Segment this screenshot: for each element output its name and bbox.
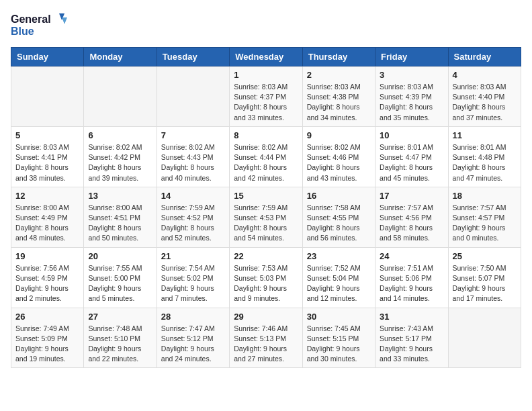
calendar-cell: 20Sunrise: 7:55 AMSunset: 5:00 PMDayligh… <box>84 247 157 308</box>
day-info: Sunrise: 7:58 AMSunset: 4:55 PMDaylight:… <box>307 203 371 244</box>
day-number: 29 <box>234 312 298 322</box>
calendar-cell: 11Sunrise: 8:01 AMSunset: 4:48 PMDayligh… <box>448 126 521 187</box>
day-number: 24 <box>380 251 443 261</box>
calendar-cell: 18Sunrise: 7:57 AMSunset: 4:57 PMDayligh… <box>448 187 521 247</box>
day-info: Sunrise: 8:01 AMSunset: 4:48 PMDaylight:… <box>453 142 517 183</box>
day-info: Sunrise: 7:55 AMSunset: 5:00 PMDaylight:… <box>88 263 152 304</box>
day-info: Sunrise: 7:46 AMSunset: 5:13 PMDaylight:… <box>234 324 298 365</box>
calendar-cell: 24Sunrise: 7:51 AMSunset: 5:06 PMDayligh… <box>375 247 448 308</box>
day-number: 30 <box>307 312 371 322</box>
calendar-cell: 25Sunrise: 7:50 AMSunset: 5:07 PMDayligh… <box>448 247 521 308</box>
day-number: 14 <box>161 191 225 201</box>
calendar-cell <box>157 66 229 127</box>
day-number: 7 <box>161 130 225 140</box>
calendar-cell: 29Sunrise: 7:46 AMSunset: 5:13 PMDayligh… <box>230 308 302 368</box>
day-info: Sunrise: 7:54 AMSunset: 5:02 PMDaylight:… <box>161 263 225 304</box>
day-info: Sunrise: 8:00 AMSunset: 4:51 PMDaylight:… <box>88 203 152 244</box>
day-info: Sunrise: 8:03 AMSunset: 4:38 PMDaylight:… <box>307 82 371 123</box>
day-info: Sunrise: 7:51 AMSunset: 5:06 PMDaylight:… <box>380 263 443 304</box>
day-info: Sunrise: 7:57 AMSunset: 4:57 PMDaylight:… <box>453 203 517 244</box>
calendar-cell: 17Sunrise: 7:57 AMSunset: 4:56 PMDayligh… <box>375 187 448 247</box>
day-number: 8 <box>234 130 298 140</box>
day-number: 9 <box>307 130 371 140</box>
calendar-cell: 4Sunrise: 8:03 AMSunset: 4:40 PMDaylight… <box>448 66 521 127</box>
day-info: Sunrise: 7:48 AMSunset: 5:10 PMDaylight:… <box>88 324 152 365</box>
calendar-cell: 7Sunrise: 8:02 AMSunset: 4:43 PMDaylight… <box>157 126 229 187</box>
day-info: Sunrise: 7:53 AMSunset: 5:03 PMDaylight:… <box>234 263 298 304</box>
day-info: Sunrise: 7:45 AMSunset: 5:15 PMDaylight:… <box>307 324 371 365</box>
day-number: 4 <box>453 70 517 80</box>
calendar-cell: 21Sunrise: 7:54 AMSunset: 5:02 PMDayligh… <box>157 247 229 308</box>
calendar-cell: 8Sunrise: 8:02 AMSunset: 4:44 PMDaylight… <box>230 126 302 187</box>
day-number: 11 <box>453 130 517 140</box>
svg-marker-2 <box>62 17 67 24</box>
day-number: 27 <box>88 312 152 322</box>
svg-text:General: General <box>11 13 51 25</box>
day-number: 23 <box>307 251 371 261</box>
day-info: Sunrise: 8:03 AMSunset: 4:39 PMDaylight:… <box>380 82 443 123</box>
day-number: 10 <box>380 130 443 140</box>
day-number: 22 <box>234 251 298 261</box>
calendar-cell: 14Sunrise: 7:59 AMSunset: 4:52 PMDayligh… <box>157 187 229 247</box>
calendar-cell: 28Sunrise: 7:47 AMSunset: 5:12 PMDayligh… <box>157 308 229 368</box>
calendar-cell: 27Sunrise: 7:48 AMSunset: 5:10 PMDayligh… <box>84 308 157 368</box>
day-number: 20 <box>88 251 152 261</box>
day-number: 25 <box>453 251 517 261</box>
day-number: 16 <box>307 191 371 201</box>
day-number: 19 <box>15 251 79 261</box>
week-row-3: 12Sunrise: 8:00 AMSunset: 4:49 PMDayligh… <box>11 187 521 247</box>
day-info: Sunrise: 8:02 AMSunset: 4:46 PMDaylight:… <box>307 142 371 183</box>
calendar-cell <box>84 66 157 127</box>
day-info: Sunrise: 7:56 AMSunset: 4:59 PMDaylight:… <box>15 263 79 304</box>
day-number: 26 <box>15 312 79 322</box>
day-number: 15 <box>234 191 298 201</box>
weekday-header-wednesday: Wednesday <box>230 48 302 66</box>
calendar-cell: 31Sunrise: 7:43 AMSunset: 5:17 PMDayligh… <box>375 308 448 368</box>
day-info: Sunrise: 8:03 AMSunset: 4:37 PMDaylight:… <box>234 82 298 123</box>
day-number: 12 <box>15 191 79 201</box>
day-number: 1 <box>234 70 298 80</box>
calendar-cell: 6Sunrise: 8:02 AMSunset: 4:42 PMDaylight… <box>84 126 157 187</box>
calendar-cell: 15Sunrise: 7:59 AMSunset: 4:53 PMDayligh… <box>230 187 302 247</box>
week-row-4: 19Sunrise: 7:56 AMSunset: 4:59 PMDayligh… <box>11 247 521 308</box>
week-row-5: 26Sunrise: 7:49 AMSunset: 5:09 PMDayligh… <box>11 308 521 368</box>
weekday-header-friday: Friday <box>375 48 448 66</box>
logo: GeneralBlue <box>11 11 71 39</box>
week-row-1: 1Sunrise: 8:03 AMSunset: 4:37 PMDaylight… <box>11 66 521 127</box>
day-info: Sunrise: 8:01 AMSunset: 4:47 PMDaylight:… <box>380 142 443 183</box>
weekday-header-thursday: Thursday <box>302 48 375 66</box>
week-row-2: 5Sunrise: 8:03 AMSunset: 4:41 PMDaylight… <box>11 126 521 187</box>
day-info: Sunrise: 7:52 AMSunset: 5:04 PMDaylight:… <box>307 263 371 304</box>
day-info: Sunrise: 7:57 AMSunset: 4:56 PMDaylight:… <box>380 203 443 244</box>
calendar-cell: 5Sunrise: 8:03 AMSunset: 4:41 PMDaylight… <box>11 126 84 187</box>
day-info: Sunrise: 8:02 AMSunset: 4:43 PMDaylight:… <box>161 142 225 183</box>
day-number: 13 <box>88 191 152 201</box>
day-info: Sunrise: 8:03 AMSunset: 4:41 PMDaylight:… <box>15 142 79 183</box>
day-info: Sunrise: 7:47 AMSunset: 5:12 PMDaylight:… <box>161 324 225 365</box>
weekday-header-row: SundayMondayTuesdayWednesdayThursdayFrid… <box>11 48 521 66</box>
calendar-cell: 13Sunrise: 8:00 AMSunset: 4:51 PMDayligh… <box>84 187 157 247</box>
day-number: 3 <box>380 70 443 80</box>
day-number: 31 <box>380 312 443 322</box>
day-info: Sunrise: 7:50 AMSunset: 5:07 PMDaylight:… <box>453 263 517 304</box>
calendar-cell: 2Sunrise: 8:03 AMSunset: 4:38 PMDaylight… <box>302 66 375 127</box>
day-info: Sunrise: 8:02 AMSunset: 4:44 PMDaylight:… <box>234 142 298 183</box>
day-number: 21 <box>161 251 225 261</box>
day-info: Sunrise: 7:49 AMSunset: 5:09 PMDaylight:… <box>15 324 79 365</box>
calendar-cell: 23Sunrise: 7:52 AMSunset: 5:04 PMDayligh… <box>302 247 375 308</box>
page-header: GeneralBlue <box>11 11 521 39</box>
calendar-cell: 30Sunrise: 7:45 AMSunset: 5:15 PMDayligh… <box>302 308 375 368</box>
calendar-table: SundayMondayTuesdayWednesdayThursdayFrid… <box>11 47 521 368</box>
calendar-cell: 12Sunrise: 8:00 AMSunset: 4:49 PMDayligh… <box>11 187 84 247</box>
day-number: 5 <box>15 130 79 140</box>
calendar-cell: 1Sunrise: 8:03 AMSunset: 4:37 PMDaylight… <box>230 66 302 127</box>
day-info: Sunrise: 8:03 AMSunset: 4:40 PMDaylight:… <box>453 82 517 123</box>
weekday-header-tuesday: Tuesday <box>157 48 229 66</box>
day-number: 28 <box>161 312 225 322</box>
weekday-header-saturday: Saturday <box>448 48 521 66</box>
weekday-header-sunday: Sunday <box>11 48 84 66</box>
day-number: 2 <box>307 70 371 80</box>
day-info: Sunrise: 7:43 AMSunset: 5:17 PMDaylight:… <box>380 324 443 365</box>
day-number: 18 <box>453 191 517 201</box>
calendar-cell: 19Sunrise: 7:56 AMSunset: 4:59 PMDayligh… <box>11 247 84 308</box>
